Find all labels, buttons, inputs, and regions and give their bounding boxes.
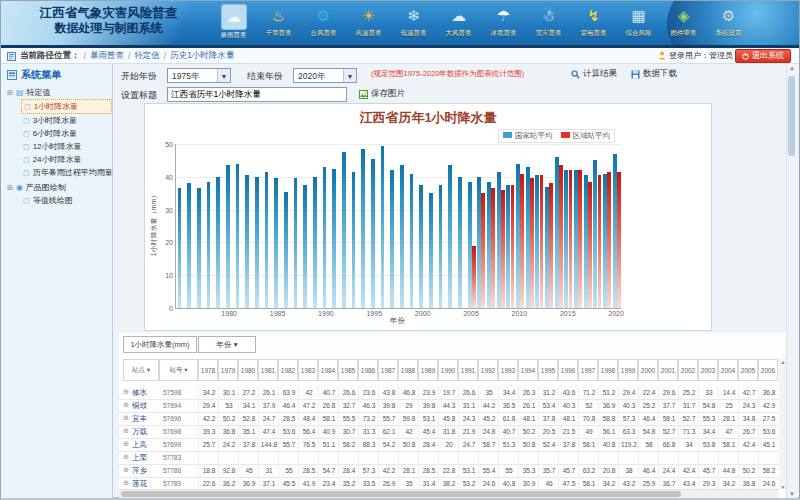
row-expander-icon[interactable]: ⊕ bbox=[123, 427, 129, 435]
value-cell: 22.8 bbox=[438, 464, 459, 477]
station-name-link[interactable]: 萍乡 bbox=[132, 466, 147, 476]
chart-title-input[interactable] bbox=[167, 87, 347, 102]
sidebar-group-特定值[interactable]: ⊞▤特定值 bbox=[7, 86, 112, 99]
year-header-1981[interactable]: 1981 bbox=[258, 359, 278, 381]
year-header-1992[interactable]: 1992 bbox=[478, 359, 498, 381]
year-header-1991[interactable]: 1991 bbox=[458, 359, 478, 381]
year-filter-dropdown[interactable]: 年份 ▾ bbox=[198, 336, 256, 353]
year-header-1985[interactable]: 1985 bbox=[338, 359, 358, 381]
value-cell: 144.8 bbox=[258, 438, 279, 451]
expander-icon[interactable]: ⊞ bbox=[7, 184, 13, 192]
year-header-2000[interactable]: 2000 bbox=[638, 359, 658, 381]
sidebar-item-3小时降水量[interactable]: ▢3小时降水量 bbox=[23, 114, 112, 127]
year-header-1994[interactable]: 1994 bbox=[518, 359, 538, 381]
start-year-select[interactable]: 1975年 ▼ bbox=[167, 68, 231, 83]
toolbar-item-雷电普查[interactable]: ↯雷电普查 bbox=[573, 4, 614, 40]
station-name-link[interactable]: 宜丰 bbox=[132, 414, 147, 424]
value-cell: 53.6 bbox=[758, 425, 779, 438]
station-name-link[interactable]: 上高 bbox=[132, 440, 147, 450]
toolbar-item-低温普查[interactable]: ❄低温普查 bbox=[393, 4, 434, 40]
year-header-1993[interactable]: 1993 bbox=[498, 359, 518, 381]
main-scrollbar[interactable]: ▲ ▼ bbox=[786, 64, 797, 498]
year-header-1990[interactable]: 1990 bbox=[438, 359, 458, 381]
save-disk-icon bbox=[631, 70, 640, 79]
year-header-1986[interactable]: 1986 bbox=[358, 359, 378, 381]
sidebar-item-12小时降水量[interactable]: ▢12小时降水量 bbox=[23, 140, 112, 153]
station-name-link[interactable]: 莲花 bbox=[132, 479, 147, 489]
year-header-2006[interactable]: 2006 bbox=[758, 359, 778, 381]
year-header-1984[interactable]: 1984 bbox=[318, 359, 338, 381]
year-header-2004[interactable]: 2004 bbox=[718, 359, 738, 381]
station-name-link[interactable]: 铜鼓 bbox=[132, 401, 147, 411]
breadcrumb-segment[interactable]: 历史1小时降水量 bbox=[170, 50, 234, 62]
year-header-2003[interactable]: 2003 bbox=[698, 359, 718, 381]
station-name-link[interactable]: 上栗 bbox=[132, 453, 147, 463]
toolbar-item-综合风险[interactable]: ▦综合风险 bbox=[618, 4, 659, 40]
table-horizontal-scrollbar[interactable] bbox=[119, 489, 779, 498]
scroll-down-icon[interactable]: ▼ bbox=[787, 491, 797, 497]
toolbar-item-冰雹普查[interactable]: ☂冰雹普查 bbox=[483, 4, 524, 40]
download-label: 数据下载 bbox=[643, 68, 677, 80]
toolbar-item-暴雨普查[interactable]: ☁暴雨普查 bbox=[213, 4, 254, 40]
year-header-1997[interactable]: 1997 bbox=[578, 359, 598, 381]
year-header-1983[interactable]: 1983 bbox=[298, 359, 318, 381]
station-id: 57786 bbox=[163, 467, 181, 474]
year-header-1980[interactable]: 1980 bbox=[238, 359, 258, 381]
breadcrumb-segment[interactable]: 暴雨普查 bbox=[90, 50, 124, 62]
station-name-link[interactable]: 修水 bbox=[132, 388, 147, 398]
sidebar-item-24小时降水量[interactable]: ▢24小时降水量 bbox=[23, 153, 112, 166]
toolbar-item-图件审查[interactable]: ◈图件审查 bbox=[663, 4, 704, 40]
year-header-1987[interactable]: 1987 bbox=[378, 359, 398, 381]
value-cell: 42.2 bbox=[378, 464, 399, 477]
sidebar-item-等值线绘图[interactable]: ▢等值线绘图 bbox=[23, 194, 112, 207]
toolbar-item-系统设置[interactable]: ⚙系统设置 bbox=[708, 4, 749, 40]
value-cell: 51.2 bbox=[598, 386, 619, 399]
year-header-2002[interactable]: 2002 bbox=[678, 359, 698, 381]
row-expander-icon[interactable]: ⊕ bbox=[123, 479, 129, 487]
calculate-button[interactable]: 计算结果 bbox=[571, 68, 617, 80]
year-header-1979[interactable]: 1979 bbox=[218, 359, 238, 381]
year-header-1998[interactable]: 1998 bbox=[598, 359, 618, 381]
year-header-2005[interactable]: 2005 bbox=[738, 359, 758, 381]
station-column-header[interactable]: 站点 ▾ bbox=[123, 359, 159, 381]
year-header-1995[interactable]: 1995 bbox=[538, 359, 558, 381]
toolbar-item-大风普查[interactable]: ☁大风普查 bbox=[438, 4, 479, 40]
row-expander-icon[interactable]: ⊕ bbox=[123, 466, 129, 474]
row-expander-icon[interactable]: ⊕ bbox=[123, 401, 129, 409]
toolbar-item-台风普查[interactable]: ⚙台风普查 bbox=[303, 4, 344, 40]
app-header: 江西省气象灾害风险普查 数据处理与制图系统 ☁暴雨普查♨干旱普查⚙台风普查☀高温… bbox=[1, 1, 799, 48]
table-row: ⊕铜鼓5769429.45334.137.946.447.226.832.746… bbox=[119, 399, 779, 413]
expander-icon[interactable]: ⊞ bbox=[7, 89, 13, 97]
save-image-button[interactable]: 保存图片 bbox=[359, 88, 405, 100]
breadcrumb-segment[interactable]: 特定值 bbox=[134, 50, 160, 62]
vertical-scroll-thumb[interactable] bbox=[788, 76, 795, 156]
year-header-1989[interactable]: 1989 bbox=[418, 359, 438, 381]
row-expander-icon[interactable]: ⊕ bbox=[123, 414, 129, 422]
sidebar-item-6小时降水量[interactable]: ▢6小时降水量 bbox=[23, 127, 112, 140]
scroll-up-icon[interactable]: ▲ bbox=[787, 65, 797, 71]
station-id-column-header[interactable]: 站号 ▾ bbox=[159, 359, 198, 381]
row-expander-icon[interactable]: ⊕ bbox=[123, 453, 129, 461]
year-header-1996[interactable]: 1996 bbox=[558, 359, 578, 381]
year-header-1982[interactable]: 1982 bbox=[278, 359, 298, 381]
legend-label: 国家站平均 bbox=[515, 131, 553, 140]
value-cell: 43.6 bbox=[558, 386, 579, 399]
end-year-select[interactable]: 2020年 ▼ bbox=[293, 68, 357, 83]
sidebar-item-历年暴雨过程平均雨量[interactable]: ▢历年暴雨过程平均雨量 bbox=[23, 166, 112, 179]
sidebar-item-1小时降水量[interactable]: ▢1小时降水量 bbox=[21, 99, 112, 114]
year-header-2001[interactable]: 2001 bbox=[658, 359, 678, 381]
horizontal-scroll-thumb[interactable] bbox=[121, 491, 681, 497]
sidebar-group-产品图绘制[interactable]: ⊞◉产品图绘制 bbox=[7, 181, 112, 194]
year-header-1999[interactable]: 1999 bbox=[618, 359, 638, 381]
logout-button[interactable]: 退出系统 bbox=[735, 49, 791, 63]
row-expander-icon[interactable]: ⊕ bbox=[123, 440, 129, 448]
download-button[interactable]: 数据下载 bbox=[631, 68, 677, 80]
year-header-1988[interactable]: 1988 bbox=[398, 359, 418, 381]
toolbar-item-高温普查[interactable]: ☀高温普查 bbox=[348, 4, 389, 40]
station-name-link[interactable]: 万载 bbox=[132, 427, 147, 437]
toolbar-item-label: 雪灾普查 bbox=[536, 29, 562, 38]
toolbar-item-干旱普查[interactable]: ♨干旱普查 bbox=[258, 4, 299, 40]
year-header-1978[interactable]: 1978 bbox=[198, 359, 218, 381]
row-expander-icon[interactable]: ⊕ bbox=[123, 388, 129, 396]
toolbar-item-雪灾普查[interactable]: ☃雪灾普查 bbox=[528, 4, 569, 40]
